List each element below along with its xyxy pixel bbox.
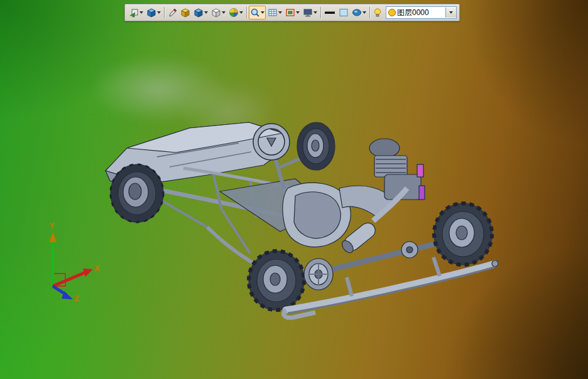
background-color-icon	[339, 8, 349, 18]
layer-color-swatch	[388, 9, 396, 16]
chevron-down-icon	[139, 11, 143, 14]
chevron-down-icon	[313, 11, 317, 14]
material-sphere-button[interactable]	[351, 6, 368, 19]
view-cube-icon	[146, 8, 156, 18]
grid-icon	[268, 8, 278, 18]
display-mode-button[interactable]	[302, 6, 318, 19]
viewport-3d[interactable]: Y X Z	[0, 0, 588, 379]
export-view-icon	[129, 8, 139, 18]
display-mode-icon	[303, 8, 313, 18]
sketch-pen-icon	[168, 8, 177, 18]
chevron-down-icon	[278, 11, 282, 14]
viewport-frame-button[interactable]	[284, 6, 301, 19]
chevron-down-icon	[239, 11, 243, 14]
toolbar-separator	[320, 7, 321, 18]
display-cube-button[interactable]	[210, 6, 227, 19]
toolbar-separator	[246, 7, 247, 18]
color-wheel-icon	[229, 8, 239, 18]
extrude-cube-icon	[180, 8, 190, 18]
grid-button[interactable]	[266, 6, 283, 19]
zoom-icon	[250, 8, 260, 18]
color-wheel-button[interactable]	[227, 6, 244, 19]
cad-window: { "toolbar": { "buttons": [ "export-view…	[0, 0, 588, 379]
chevron-down-icon	[296, 11, 300, 14]
chevron-down-icon	[449, 11, 453, 14]
toolbar-separator	[164, 7, 165, 18]
chevron-down-icon	[204, 11, 208, 14]
light-bulb-icon	[373, 8, 382, 18]
background-color-button[interactable]	[337, 6, 350, 19]
zoom-button[interactable]	[249, 6, 266, 19]
line-width-icon	[324, 8, 335, 18]
light-button[interactable]	[372, 6, 383, 19]
solid-cube-button[interactable]	[192, 6, 209, 19]
export-view-button[interactable]	[128, 6, 144, 19]
line-width-button[interactable]	[323, 6, 337, 19]
layer-combo-value: 图层0000	[397, 8, 429, 18]
chevron-down-icon	[157, 11, 161, 14]
solid-cube-icon	[193, 8, 204, 18]
chevron-down-icon	[362, 11, 366, 14]
display-cube-icon	[211, 8, 221, 18]
view-cube-button[interactable]	[145, 6, 162, 19]
material-sphere-icon	[352, 8, 362, 18]
extrude-cube-button[interactable]	[179, 6, 192, 19]
toolbar: 图层0000	[124, 4, 460, 21]
toolbar-separator	[369, 7, 370, 18]
layer-combo-body[interactable]: 图层0000	[386, 8, 445, 18]
chevron-down-icon	[222, 11, 226, 14]
viewport-frame-icon	[285, 8, 295, 18]
sketch-pen-button[interactable]	[166, 6, 178, 19]
layer-combo[interactable]: 图层0000	[386, 6, 457, 19]
chevron-down-icon	[261, 11, 264, 14]
kart-model[interactable]	[0, 0, 588, 379]
layer-combo-dropdown-button[interactable]	[445, 8, 456, 18]
